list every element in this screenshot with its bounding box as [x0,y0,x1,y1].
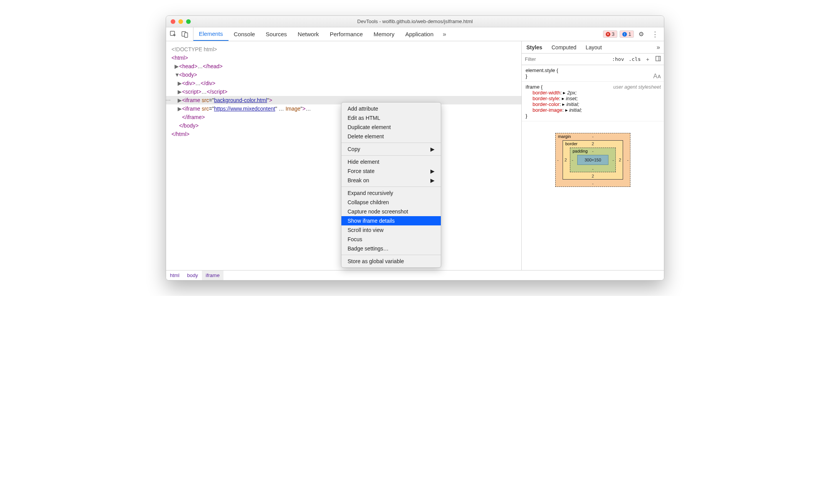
context-item[interactable]: Capture node screenshot [341,207,441,216]
tab-console[interactable]: Console [229,27,260,41]
settings-icon[interactable]: ⚙ [636,30,646,38]
issues-badge[interactable]: !1 [620,30,634,38]
more-menu-icon[interactable]: ⋮ [649,30,662,39]
context-item[interactable]: Force state▶ [341,166,441,176]
dom-line[interactable]: ▶<script>…</script> [166,87,521,96]
tab-application[interactable]: Application [400,27,439,41]
main-area: <!DOCTYPE html><html> ▶<head>…</head> ▼<… [166,41,664,280]
styles-filter-input[interactable] [522,54,610,65]
tabs-overflow-icon[interactable]: » [439,31,450,38]
inspect-icon[interactable] [168,29,178,39]
device-toggle-icon[interactable] [180,29,190,39]
context-item[interactable]: Hide element [341,157,441,166]
padding-label: padding [573,149,588,153]
errors-count: 3 [612,31,615,37]
hov-toggle[interactable]: :hov [610,56,626,62]
tab-layout[interactable]: Layout [581,41,607,53]
content-size: 300×150 [577,155,608,165]
style-rules: element.style {}Aᴀiframe {user agent sty… [522,65,664,121]
context-item[interactable]: Focus [341,235,441,244]
tab-memory[interactable]: Memory [368,27,400,41]
dom-line[interactable]: ▶<div>…</div> [166,79,521,87]
titlebar: DevTools - wolfib.github.io/web-demos/js… [166,16,664,27]
tab-computed[interactable]: Computed [547,41,581,53]
breadcrumbs: html body iframe [166,270,664,280]
box-model[interactable]: margin - - - - border 2 2 2 2 padding [522,121,664,198]
errors-badge[interactable]: ✕3 [603,30,617,38]
context-item[interactable]: Duplicate element [341,123,441,132]
style-rule[interactable]: iframe {user agent stylesheetborder-widt… [522,82,664,121]
main-toolbar: Elements Console Sources Network Perform… [166,27,664,41]
panel-tabs: Elements Console Sources Network Perform… [193,27,450,41]
context-menu: Add attributeEdit as HTMLDuplicate eleme… [341,102,441,268]
tab-sources[interactable]: Sources [260,27,292,41]
new-style-rule-button[interactable]: + [643,56,652,62]
context-item[interactable]: Delete element [341,132,441,141]
devtools-window: DevTools - wolfib.github.io/web-demos/js… [166,15,664,281]
tab-elements[interactable]: Elements [193,27,229,41]
context-item[interactable]: Badge settings… [341,244,441,253]
svg-rect-2 [185,33,188,37]
toggle-pane-icon[interactable] [652,56,664,62]
window-title: DevTools - wolfib.github.io/web-demos/js… [166,18,664,24]
margin-label: margin [558,134,571,139]
dom-line[interactable]: <!DOCTYPE html> [166,45,521,54]
svg-rect-3 [656,56,660,61]
maximize-window-button[interactable] [186,19,191,24]
context-item[interactable]: Copy▶ [341,144,441,154]
dom-line[interactable]: ▼<body> [166,71,521,79]
context-item[interactable]: Add attribute [341,104,441,113]
crumb-body[interactable]: body [183,270,202,280]
crumb-html[interactable]: html [166,270,183,280]
context-item[interactable]: Break on▶ [341,176,441,185]
context-item[interactable]: Store as global variable [341,257,441,266]
styles-sidebar: Styles Computed Layout » :hov .cls + ele… [521,41,664,280]
dom-line[interactable]: ▶<head>…</head> [166,62,521,71]
style-rule[interactable]: element.style {}Aᴀ [522,65,664,82]
close-window-button[interactable] [171,19,175,24]
tab-performance[interactable]: Performance [324,27,368,41]
border-label: border [565,141,578,146]
styles-filter-row: :hov .cls + [522,54,664,65]
traffic-lights [166,19,191,24]
tab-network[interactable]: Network [292,27,324,41]
tab-styles[interactable]: Styles [522,41,547,53]
context-item[interactable]: Collapse children [341,198,441,207]
dom-line[interactable]: <html> [166,54,521,62]
context-item[interactable]: Show iframe details [341,216,441,225]
context-item[interactable]: Edit as HTML [341,113,441,123]
context-item[interactable]: Expand recursively [341,188,441,198]
cls-toggle[interactable]: .cls [627,56,643,62]
sidebar-tabs: Styles Computed Layout » [522,41,664,54]
context-item[interactable]: Scroll into view [341,225,441,235]
crumb-iframe[interactable]: iframe [202,270,223,280]
issues-count: 1 [628,31,631,37]
sidebar-tabs-overflow-icon[interactable]: » [653,44,664,51]
minimize-window-button[interactable] [178,19,183,24]
